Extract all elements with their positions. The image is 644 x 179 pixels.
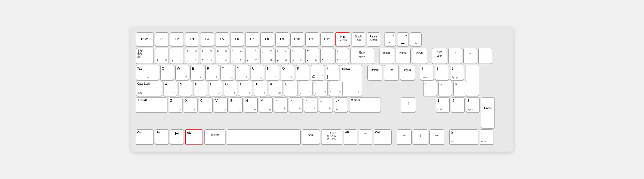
num-4-key[interactable]: 4 ← xyxy=(423,81,437,96)
l-key[interactable]: L り xyxy=(284,81,297,96)
colon-key[interactable]: * : け xyxy=(314,81,328,96)
num-dot-key[interactable]: . PgDn xyxy=(480,129,493,144)
period-key[interactable]: > . る xyxy=(289,97,303,112)
f5-key[interactable]: F5 xyxy=(215,32,229,46)
v-key[interactable]: V ひ xyxy=(214,97,228,112)
henkan-key[interactable]: 変換 xyxy=(302,129,320,144)
win-key[interactable]: ⊞ xyxy=(170,129,184,144)
left-alt-key[interactable]: Alt xyxy=(185,129,203,144)
f2-key[interactable]: F2 xyxy=(170,32,184,46)
f1-key[interactable]: F1 xyxy=(155,32,169,46)
tab-key[interactable]: Tab ⇥ xyxy=(136,65,159,80)
home-key[interactable]: Home xyxy=(396,48,411,64)
pgup-key[interactable]: PgUp xyxy=(412,48,427,64)
f3-key[interactable]: F3 xyxy=(185,32,199,46)
backspace-key[interactable]: Backspace xyxy=(350,48,374,64)
n-key[interactable]: N み xyxy=(244,97,258,112)
o-key[interactable]: O ら xyxy=(281,65,294,80)
bracket-close-key[interactable]: } ] む xyxy=(329,81,343,96)
num-2-key[interactable]: 2 ↓ xyxy=(451,97,465,112)
c-key[interactable]: C そ xyxy=(199,97,213,112)
k-key[interactable]: K の xyxy=(269,81,282,96)
num-3-key[interactable]: 3 PgDn xyxy=(466,97,480,112)
num-asterisk-key[interactable]: * xyxy=(463,48,477,64)
slash-key[interactable]: ? / め xyxy=(304,97,318,112)
kana-key[interactable]: カタカナひらがなローマ字 xyxy=(321,129,342,144)
num-6-key[interactable]: 6 → xyxy=(453,81,467,96)
num-minus-key[interactable]: - xyxy=(478,48,492,64)
fn-key[interactable]: Fn xyxy=(155,129,169,144)
key-8[interactable]: ( ゆ 8 ゆ xyxy=(260,48,274,64)
num-1-key[interactable]: 1 End xyxy=(436,97,450,112)
b-key[interactable]: B こ xyxy=(229,97,243,112)
scroll-lock-key[interactable]: ScrollLock xyxy=(352,32,365,46)
hankaku-key[interactable]: 半角/全角漢字 xyxy=(136,48,154,64)
muhenkan-key[interactable]: 無変換 xyxy=(204,129,225,144)
caps-lock-key[interactable]: Caps Lock 英数 xyxy=(136,81,162,96)
f12-key[interactable]: F12 xyxy=(320,32,334,46)
key-0[interactable]: を 0 わ xyxy=(290,48,304,64)
f7-key[interactable]: F7 xyxy=(245,32,259,46)
down-arrow-key[interactable]: ↓ xyxy=(413,129,428,144)
u-key[interactable]: U な xyxy=(251,65,264,80)
key-yen[interactable]: | ¥ ー xyxy=(335,48,349,64)
right-shift-key[interactable]: ⇧ Shift xyxy=(349,97,381,112)
num-5-key[interactable]: 5 xyxy=(438,81,452,96)
y-key[interactable]: Y ん xyxy=(236,65,249,80)
z-key[interactable]: Z つ xyxy=(169,97,182,112)
left-arrow-key[interactable]: ← xyxy=(397,129,412,144)
num-7-key[interactable]: 7 Home xyxy=(420,65,434,80)
q-key[interactable]: Q た xyxy=(160,65,174,80)
d-key[interactable]: D し xyxy=(194,81,207,96)
t-key[interactable]: T か xyxy=(220,65,234,80)
pause-break-key[interactable]: PauseBreak xyxy=(367,32,380,46)
underscore-key[interactable]: _ - ろ xyxy=(319,97,333,112)
p-key[interactable]: P せ xyxy=(296,65,309,80)
comma-key[interactable]: < , ね xyxy=(274,97,288,112)
f9-key[interactable]: F9 xyxy=(275,32,289,46)
key-caret[interactable]: ~ ^ へ xyxy=(320,48,334,64)
at-key[interactable]: ` @ ゛ xyxy=(311,65,324,80)
f-key[interactable]: F は xyxy=(209,81,222,96)
key-7[interactable]: ' や 7 や xyxy=(245,48,259,64)
num-plus-key[interactable]: + xyxy=(465,65,479,96)
num-slash-key[interactable]: / xyxy=(448,48,462,64)
enter-key[interactable]: Enter ↵ xyxy=(341,65,362,96)
key-9[interactable]: ) よ 9 よ xyxy=(275,48,289,64)
f6-key[interactable]: F6 xyxy=(230,32,244,46)
f11-key[interactable]: F11 xyxy=(305,32,319,46)
x-key[interactable]: X さ xyxy=(184,97,198,112)
i-small-key[interactable]: い ろ xyxy=(334,97,348,112)
num-0-key[interactable]: 0 Ins xyxy=(449,129,478,144)
semicolon-key[interactable]: + ; れ xyxy=(299,81,313,96)
key-6[interactable]: & お 6 お xyxy=(230,48,244,64)
e-key[interactable]: E い xyxy=(190,65,204,80)
h-key[interactable]: H く xyxy=(239,81,252,96)
key-minus[interactable]: = - ほ xyxy=(305,48,319,64)
s-key[interactable]: S と xyxy=(179,81,192,96)
key-4[interactable]: $ う 4 う xyxy=(200,48,214,64)
insert-key[interactable]: Insert xyxy=(379,48,394,64)
f4-key[interactable]: F4 xyxy=(200,32,214,46)
extra-key-3[interactable]: ↓ ⊟ xyxy=(410,32,422,46)
num-lock-key[interactable]: NumLock xyxy=(432,48,447,64)
key-5[interactable]: % え 5 え xyxy=(215,48,229,64)
right-arrow-key[interactable]: → xyxy=(429,129,444,144)
space-key[interactable] xyxy=(227,129,301,144)
bracket-open-key[interactable]: { [ 「 xyxy=(326,65,339,80)
num-9-key[interactable]: 9 PgUp xyxy=(450,65,464,80)
extra-key-1[interactable]: 9 ▪ xyxy=(384,32,396,46)
app-key[interactable]: ☰ xyxy=(359,129,372,144)
print-screen-key[interactable]: PrintScreen xyxy=(335,32,350,46)
end-key[interactable]: End xyxy=(384,65,399,80)
num-8-key[interactable]: 8 ↑ xyxy=(435,65,449,80)
g-key[interactable]: G き xyxy=(224,81,237,96)
f8-key[interactable]: F8 xyxy=(260,32,274,46)
a-key[interactable]: A ち xyxy=(164,81,177,96)
key-3[interactable]: # あ 3 あ xyxy=(185,48,199,64)
extra-key-2[interactable]: A ▬ xyxy=(397,32,409,46)
i-key[interactable]: I に xyxy=(266,65,279,80)
delete-key[interactable]: Delete xyxy=(367,65,382,80)
r-key[interactable]: R す xyxy=(205,65,219,80)
f10-key[interactable]: F10 xyxy=(290,32,304,46)
